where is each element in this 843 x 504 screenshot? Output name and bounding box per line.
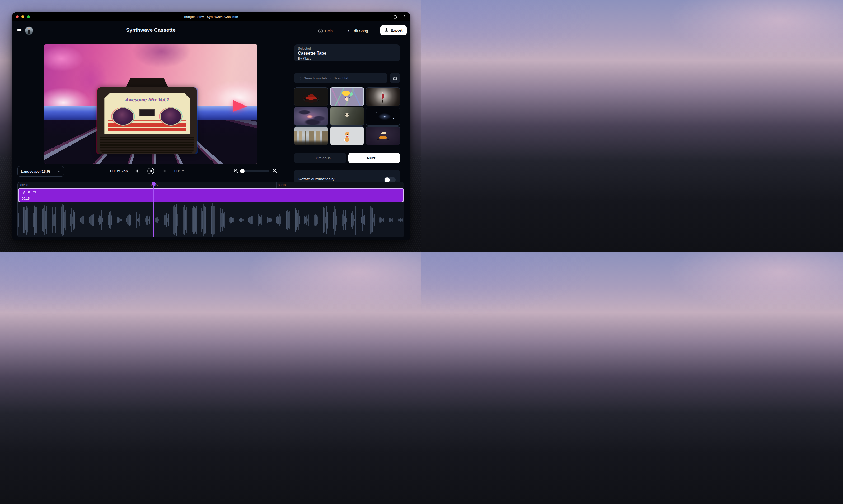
model-thumbnail-storm-clouds[interactable] [294,107,328,126]
aspect-ratio-value: Landscape (16:9) [21,169,57,173]
export-label: Export [391,28,403,33]
help-icon: ? [318,29,323,33]
video-preview[interactable]: Awesome Mix Vol.1 [44,44,258,164]
previous-label: Previous [316,156,331,160]
arrow-left-icon: ← [310,156,314,160]
hamburger-menu-icon[interactable] [17,28,22,33]
playhead-line[interactable] [153,185,154,237]
model-thumbnail-grid [294,87,400,145]
play-icon [147,167,155,175]
model-thumbnail-red-sports-car[interactable] [294,87,328,106]
model-thumbnail-skull[interactable] [330,107,364,126]
timeline-ruler[interactable]: 00:00 00:05 00:10 [18,182,404,188]
play-button[interactable] [147,167,155,176]
cassette-label: Awesome Mix Vol.1 [104,93,190,134]
model-thumbnail-anime-girl[interactable] [330,87,364,106]
arrow-right-icon: → [377,156,381,160]
window-title: banger.show - Synthwave Cassette [12,13,410,21]
edit-song-label: Edit Song [351,29,368,33]
timeline[interactable]: 00:00 00:05 00:10 00:15 [17,182,404,237]
model-thumbnail-shiba-dog[interactable] [330,126,364,145]
zoom-out-button[interactable] [234,168,239,175]
fast-forward-icon [162,168,168,173]
aspect-ratio-select[interactable]: Landscape (16:9) [17,166,64,177]
edit-song-button[interactable]: ♪ Edit Song [347,27,368,35]
zoom-out-icon [234,168,239,173]
video-clip[interactable]: 00:15 [18,188,404,202]
search-icon [297,76,301,80]
model-thumbnail-red-cloaked-figure[interactable] [366,87,400,106]
export-button[interactable]: Export [380,25,407,35]
clapperboard-icon [393,76,397,80]
fast-forward-button[interactable] [162,168,168,175]
total-time: 00:15 [174,168,184,173]
help-button[interactable]: ? Help [318,27,333,35]
model-search-field[interactable] [294,73,387,84]
page-title: Synthwave Cassette [44,27,258,33]
ruler-tick-label: 00:10 [278,183,286,187]
export-share-icon [384,28,389,32]
current-time: 00:05.266 [101,168,128,173]
app-window: banger.show - Synthwave Cassette Synthwa… [12,13,410,240]
rotate-automatically-label: Rotate automatically [298,177,334,181]
zoom-in-icon [272,168,277,173]
timeline-zoom-knob[interactable] [240,169,244,173]
help-label: Help [325,29,333,33]
model-thumbnail-cartoon-orange-car[interactable] [366,126,400,145]
next-label: Next [367,156,375,160]
selected-model-name: Cassette Tape [298,51,396,56]
clip-duration-label: 00:15 [22,197,30,200]
kebab-menu-icon[interactable] [401,14,407,19]
chevron-down-icon [57,170,61,173]
zoom-in-button[interactable] [272,168,277,175]
next-page-button[interactable]: Next → [348,153,400,163]
previous-page-button[interactable]: ← Previous [294,153,346,163]
cube-icon [21,190,25,194]
titlebar: banger.show - Synthwave Cassette [12,13,410,21]
spiral-icon [27,190,31,194]
audio-track[interactable] [18,202,404,237]
ruler-tick-label: 00:00 [20,183,28,187]
selected-label: Selected [298,47,396,50]
clapperboard-button[interactable] [390,73,400,84]
timeline-zoom-slider[interactable] [243,170,269,172]
music-note-icon: ♪ [347,28,349,34]
rewind-icon [133,168,138,173]
audio-waveform[interactable] [18,202,404,237]
selected-model-panel: Selected Cassette Tape By Klasy [294,44,400,61]
model-thumbnail-spiral-galaxy[interactable] [366,107,400,126]
rewind-button[interactable] [133,168,138,175]
selected-model-byline: By Klasy [298,56,396,60]
avatar[interactable] [25,26,33,35]
pink-cone [233,100,247,112]
cassette-tape: Awesome Mix Vol.1 [98,87,197,154]
extensions-puzzle-icon[interactable] [392,14,398,19]
model-thumbnail-ruined-city[interactable] [294,126,328,145]
search-input[interactable] [304,76,384,80]
video-camera-icon [33,190,36,194]
cassette-title-text: Awesome Mix Vol.1 [104,97,190,102]
sparkles-icon [38,190,42,194]
author-link[interactable]: Klasy [303,56,311,60]
